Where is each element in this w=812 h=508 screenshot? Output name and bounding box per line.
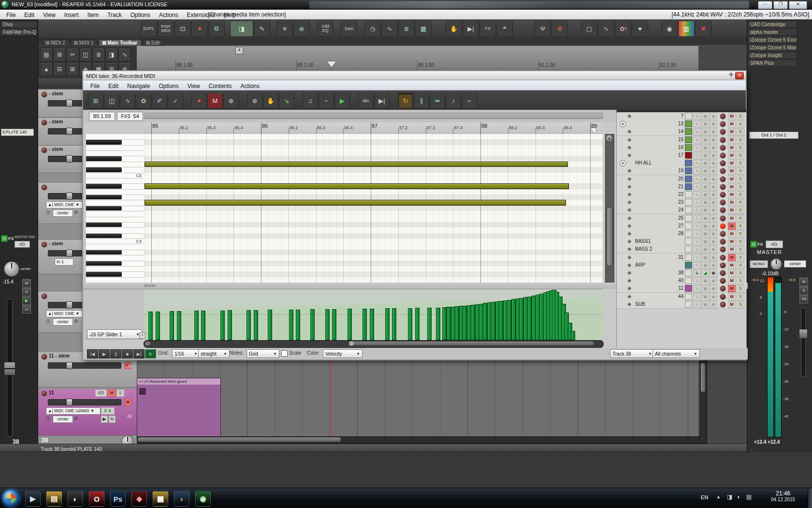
- track-color-swatch[interactable]: [685, 191, 692, 198]
- velocity-bar[interactable]: [220, 311, 225, 340]
- pick-tool-button[interactable]: ♥: [632, 20, 648, 37]
- cc-sliders-button[interactable]: ∥: [414, 93, 429, 108]
- fx-button[interactable]: FX: [479, 20, 496, 37]
- left-strip-input-button[interactable]: IN: [22, 305, 31, 314]
- lock-icon[interactable]: ▣: [701, 230, 709, 238]
- left-fx-1[interactable]: Diva: [0, 21, 37, 28]
- lock-icon[interactable]: ▣: [701, 160, 709, 167]
- black-key[interactable]: [86, 261, 122, 266]
- eye-icon[interactable]: ◉: [710, 167, 717, 175]
- record-arm-button[interactable]: [720, 176, 726, 182]
- waveform-button[interactable]: ∿: [381, 20, 398, 37]
- solo-button[interactable]: S: [737, 136, 744, 144]
- mute-button[interactable]: M: [728, 199, 736, 206]
- track-color-swatch[interactable]: [685, 152, 692, 159]
- cc-draw-icon[interactable]: ↳: [693, 136, 701, 144]
- white-key-c4[interactable]: C4: [136, 239, 142, 244]
- menu-edit[interactable]: Edit: [20, 11, 39, 19]
- record-arm-button[interactable]: [720, 129, 726, 135]
- record-arm-button[interactable]: [720, 285, 726, 292]
- zoom-page-button[interactable]: ⊕: [247, 93, 262, 108]
- mute-button[interactable]: M: [728, 230, 736, 238]
- velocity-bar[interactable]: [491, 302, 495, 340]
- zoom-tool-button[interactable]: ⊕: [293, 20, 310, 37]
- velocity-bar[interactable]: [447, 307, 451, 340]
- velocity-bar[interactable]: [201, 311, 205, 340]
- mute-button[interactable]: M: [728, 223, 736, 230]
- lock-icon[interactable]: ▣: [701, 238, 709, 245]
- record-arm-button[interactable]: [41, 354, 47, 360]
- solo-button[interactable]: S: [737, 128, 744, 135]
- track-color-swatch[interactable]: [685, 238, 692, 245]
- cc-draw-icon[interactable]: ↳: [693, 277, 701, 284]
- solo-button[interactable]: S: [737, 269, 744, 277]
- midi-note-3[interactable]: [145, 200, 566, 205]
- midi-track-row-20[interactable]: ◈20↳▣◉MS: [617, 175, 746, 183]
- master-io-button[interactable]: I/O: [766, 240, 783, 248]
- edit-toolbar-icon-3[interactable]: ✂: [66, 48, 79, 61]
- midi-track-row-21[interactable]: ◈21↳▣◉MS: [617, 183, 746, 191]
- mute-button[interactable]: M: [728, 277, 736, 284]
- menu-actions[interactable]: Actions: [155, 11, 182, 19]
- eye-icon[interactable]: ◉: [710, 223, 717, 230]
- mute-button[interactable]: M: [728, 152, 736, 159]
- velocity-bar[interactable]: [455, 306, 459, 340]
- velocity-bar[interactable]: [511, 299, 516, 340]
- track-color-swatch[interactable]: [685, 262, 692, 269]
- timeline-marker-4[interactable]: 4: [235, 47, 243, 54]
- tray-network-icon[interactable]: ◨: [727, 493, 732, 500]
- env-bypass-icon[interactable]: ⊘: [74, 318, 78, 324]
- velocity-bar[interactable]: [370, 309, 374, 340]
- record-arm-button[interactable]: [720, 145, 726, 151]
- record-arm-button[interactable]: [720, 113, 726, 120]
- midi-track-row-27[interactable]: ◈27↳▣◉MS: [617, 222, 746, 230]
- mute-button[interactable]: M: [728, 120, 736, 128]
- cc-draw-icon[interactable]: ↳: [693, 262, 701, 269]
- notes-size-select[interactable]: Grid▼: [246, 349, 279, 358]
- eye-icon[interactable]: ◉: [710, 254, 717, 261]
- cc-draw-icon[interactable]: ↳: [693, 199, 701, 206]
- preview-speaker-button[interactable]: ◫: [104, 93, 119, 108]
- black-key[interactable]: [86, 184, 122, 188]
- arrange-v-scrollbar[interactable]: [700, 360, 707, 444]
- edit-toolbar-icon-10[interactable]: ⊞: [66, 62, 79, 76]
- right-fx-5[interactable]: iZotope Insight: [748, 52, 797, 59]
- track-color-swatch[interactable]: [685, 254, 692, 261]
- edit-toolbar-icon-4[interactable]: ◫: [79, 48, 92, 61]
- lock-icon[interactable]: ▣: [701, 246, 709, 253]
- solo-button[interactable]: S: [737, 144, 744, 151]
- midi-note-1[interactable]: [145, 162, 568, 167]
- remove-items-button[interactable]: ✖: [695, 20, 711, 37]
- edit-cursor-marker-icon[interactable]: [327, 61, 336, 67]
- midi-track-row-44[interactable]: ◈44↳▣◉MS: [617, 293, 746, 301]
- record-arm-button[interactable]: [41, 293, 47, 299]
- envelope-node-button[interactable]: ϟ: [120, 93, 135, 108]
- taskbar-photoshop-icon[interactable]: Ps: [110, 491, 126, 507]
- cc-draw-icon[interactable]: ↳: [693, 207, 701, 214]
- eye-icon[interactable]: ◉: [710, 113, 717, 120]
- midi-note-grid[interactable]: [144, 134, 603, 283]
- velocity-bar[interactable]: [148, 312, 153, 340]
- velocity-bar[interactable]: [436, 308, 440, 340]
- left-strip-solo-button[interactable]: S: [22, 288, 31, 296]
- note-pair-button[interactable]: ♫: [303, 93, 318, 108]
- record-arm-button[interactable]: [720, 278, 726, 284]
- right-fx-4[interactable]: iZotope Ozone 5 Maximizer: [748, 44, 797, 51]
- cc-lane-selector[interactable]: •16 GP Slider 1▼: [87, 329, 142, 339]
- scale-checkbox[interactable]: [281, 350, 288, 357]
- mute-button[interactable]: M: [728, 183, 736, 191]
- midi-track-row-31[interactable]: ◈31↳▣◉MS: [617, 254, 746, 262]
- lock-icon[interactable]: ▣: [701, 144, 709, 151]
- record-arm-button[interactable]: [720, 168, 726, 174]
- lock-icon[interactable]: ▣: [701, 176, 709, 183]
- solo-button[interactable]: S: [737, 207, 744, 214]
- track-color-swatch[interactable]: [685, 136, 692, 143]
- record-arm-button[interactable]: [720, 199, 726, 206]
- eye-icon[interactable]: ◉: [710, 152, 717, 159]
- grid-settings-button[interactable]: ⊞: [88, 93, 103, 108]
- collapse-icon[interactable]: ▼: [620, 121, 626, 127]
- record-arm-button[interactable]: [720, 223, 726, 229]
- eye-icon[interactable]: ◉: [710, 269, 717, 277]
- hand-tool-button[interactable]: ✋: [263, 93, 278, 108]
- record-arm-button[interactable]: [41, 241, 47, 248]
